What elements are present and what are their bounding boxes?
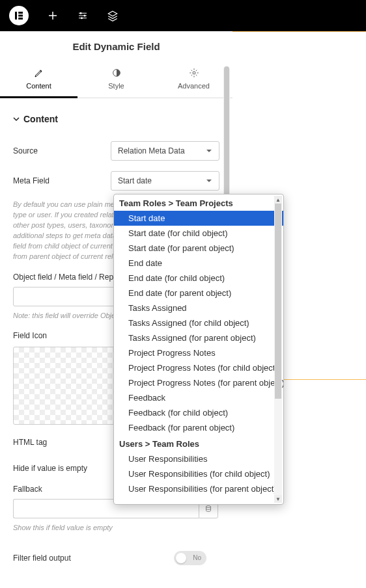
svg-rect-2 [18,15,23,17]
scrollbar-up-button[interactable]: ▲ [274,196,282,204]
dropdown-list[interactable]: Team Roles > Team ProjectsStart dateStar… [114,194,283,504]
row-meta-field: Meta Field Start date [0,166,232,196]
select-source[interactable]: Relation Meta Data [111,141,219,161]
dropdown-option[interactable]: End date (for child object) [114,271,283,286]
dropdown-option[interactable]: User Responsibilities [114,451,283,466]
add-widget-button[interactable] [47,10,59,21]
database-icon [204,505,212,513]
dropdown-option[interactable]: Tasks Assigned (for child object) [114,315,283,330]
caret-down-icon [13,116,20,122]
panel-tabs: Content Style Advanced [0,61,232,98]
plus-icon [47,10,59,21]
section-title: Content [23,114,58,124]
svg-rect-0 [15,12,17,20]
dropdown-option[interactable]: Start date [114,211,283,226]
dropdown-option[interactable]: Feedback [114,390,283,405]
tab-label: Style [108,82,124,90]
dropdown-option[interactable]: Project Progress Notes [114,345,283,360]
scrollbar-thumb[interactable] [275,204,281,399]
elementor-logo[interactable] [9,6,29,25]
meta-field-dropdown: Team Roles > Team ProjectsStart dateStar… [113,194,284,505]
tab-advanced[interactable]: Advanced [155,61,232,98]
site-settings-button[interactable] [77,10,89,21]
dropdown-option[interactable]: Start date (for child object) [114,226,283,241]
toggle-label: No [193,554,201,561]
svg-point-9 [206,505,211,507]
dropdown-option[interactable]: Feedback (for parent object) [114,420,283,435]
dropdown-option[interactable]: User Responsibilities (for parent object… [114,481,283,496]
svg-point-8 [193,72,195,74]
dropdown-option[interactable]: Start date (for parent object) [114,241,283,256]
panel-title: Edit Dynamic Field [0,31,232,61]
dropdown-option[interactable]: Tasks Assigned (for parent object) [114,330,283,345]
dropdown-option[interactable]: Tasks Assigned [114,301,283,315]
svg-point-6 [81,17,83,19]
structure-button[interactable] [107,10,119,21]
scrollbar-down-button[interactable]: ▼ [274,495,282,503]
select-source-value: Relation Meta Data [118,146,185,155]
tab-label: Advanced [178,82,210,90]
dropdown-option[interactable]: Feedback (for child object) [114,405,283,420]
toggle-filter-output[interactable]: No [174,551,206,565]
toggle-knob [176,553,186,563]
dropdown-group-header: Users > Team Roles [114,435,283,451]
label-source: Source [13,146,111,155]
svg-point-4 [80,12,82,14]
row-filter-output: Filter field output No [0,539,232,570]
fallback-note: Show this if field value is empty [0,524,232,539]
dropdown-scrollbar[interactable]: ▲ ▼ [274,196,282,503]
dropdown-group-header: Team Roles > Team Projects [114,194,283,211]
row-source: Source Relation Meta Data [0,136,232,166]
label-filter-output: Filter field output [13,554,174,563]
dropdown-option[interactable]: User Responsibilities (for child object) [114,466,283,481]
label-meta-field: Meta Field [13,176,111,185]
section-toggle-content[interactable]: Content [0,98,232,136]
layers-icon [107,10,119,21]
svg-rect-3 [18,18,23,20]
tab-style[interactable]: Style [77,61,155,98]
dropdown-option[interactable]: End date (for parent object) [114,286,283,301]
select-meta-field-value: Start date [118,176,152,185]
dropdown-option[interactable]: End date [114,256,283,271]
select-meta-field[interactable]: Start date [111,171,219,191]
top-bar [0,0,366,31]
svg-point-5 [84,15,86,17]
dropdown-option[interactable]: Project Progress Notes (for parent objec… [114,375,283,390]
pencil-icon [34,68,44,78]
tab-content[interactable]: Content [0,61,77,98]
chevron-down-icon [206,178,212,184]
svg-rect-1 [18,12,23,14]
chevron-down-icon [206,148,212,154]
canvas-guide-top [231,31,366,32]
dropdown-option[interactable]: Project Progress Notes (for child object… [114,360,283,375]
label-html-tag: HTML tag [13,438,111,447]
elementor-icon [13,10,25,21]
scrollbar-track[interactable] [274,204,282,495]
contrast-icon [111,68,122,78]
gear-icon [189,68,199,78]
sliders-icon [77,10,89,21]
tab-label: Content [26,82,51,90]
